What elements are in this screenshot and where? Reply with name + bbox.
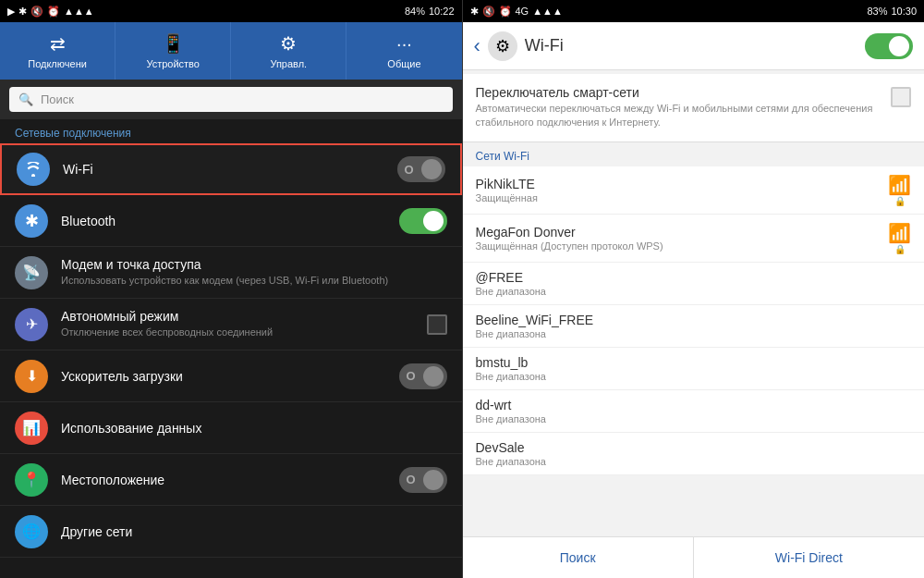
tab-manage[interactable]: ⚙ Управл. <box>231 22 346 80</box>
tab-device[interactable]: 📱 Устройство <box>116 22 231 80</box>
download-icon: ⬇ <box>15 360 48 393</box>
modem-title: Модем и точка доступа <box>61 257 447 272</box>
network-devsale-status: Вне диапазона <box>476 456 912 467</box>
device-icon: 📱 <box>162 32 185 55</box>
general-icon: ··· <box>396 33 412 55</box>
airplane-icon: ✈ <box>15 308 48 341</box>
wifi-header: ‹ ⚙ Wi-Fi <box>463 22 925 70</box>
network-megafon-name: MegaFon Donver <box>476 225 889 240</box>
network-piknik-status: Защищённая <box>476 192 889 203</box>
network-bmstu-name: bmstu_lb <box>476 355 912 370</box>
network-ddwrt-status: Вне диапазона <box>476 413 912 424</box>
download-toggle[interactable] <box>399 363 447 389</box>
location-icon: 📍 <box>15 463 48 497</box>
search-button[interactable]: Поиск <box>463 537 694 578</box>
location-toggle-knob <box>423 470 444 490</box>
network-megafon[interactable]: MegaFon Donver Защищённая (Доступен прот… <box>463 215 925 263</box>
wifi-signal-icon-2: 📶 <box>888 222 911 244</box>
menu-item-modem[interactable]: 📡 Модем и точка доступа Использовать уст… <box>0 247 462 299</box>
other-title: Другие сети <box>61 524 447 539</box>
network-free-status: Вне диапазона <box>476 286 912 297</box>
alarm-icon: ⏰ <box>47 6 60 18</box>
manage-icon: ⚙ <box>280 32 297 55</box>
smart-switch-desc: Автоматически переключаться между Wi-Fi … <box>476 102 882 130</box>
right-4g-icon: 4G <box>516 6 529 17</box>
modem-icon: 📡 <box>15 256 48 289</box>
airplane-content: Автономный режим Отключение всех беспров… <box>61 309 427 338</box>
wifi-icon <box>17 153 50 186</box>
location-title: Местоположение <box>61 473 399 487</box>
network-beeline-info: Beeline_WiFi_FREE Вне диапазона <box>476 313 912 339</box>
search-bar: 🔍 Поиск <box>0 80 462 119</box>
wifi-master-toggle-knob <box>889 36 909 56</box>
network-free[interactable]: @FREE Вне диапазона <box>463 263 925 305</box>
mute-icon: 🔇 <box>30 6 43 18</box>
right-status-bar: ✱ 🔇 ⏰ 4G ▲▲▲ 83% 10:30 <box>463 0 925 22</box>
network-megafon-info: MegaFon Donver Защищённая (Доступен прот… <box>476 225 889 252</box>
network-piknik-info: PikNikLTE Защищённая <box>476 177 889 203</box>
tab-device-label: Устройство <box>146 58 200 69</box>
data-title: Использование данных <box>61 421 447 436</box>
tab-general[interactable]: ··· Общие <box>346 22 461 80</box>
network-bmstu[interactable]: bmstu_lb Вне диапазона <box>463 348 925 390</box>
menu-item-bluetooth[interactable]: ✱ Bluetooth <box>0 195 462 247</box>
airplane-checkbox[interactable] <box>427 314 447 335</box>
network-beeline[interactable]: Beeline_WiFi_FREE Вне диапазона <box>463 305 925 348</box>
right-mute-icon: 🔇 <box>482 6 495 18</box>
bluetooth-title: Bluetooth <box>61 214 399 228</box>
connections-icon: ⇄ <box>50 32 66 55</box>
back-arrow-icon[interactable]: ‹ <box>474 34 480 58</box>
smart-switch-checkbox[interactable] <box>891 87 911 107</box>
download-title: Ускоритель загрузки <box>61 369 399 384</box>
right-status-right: 83% 10:30 <box>867 6 917 17</box>
wifi-content: Wi-Fi <box>63 162 397 177</box>
network-piknik-signal: 📶 🔒 <box>888 174 911 206</box>
location-toggle[interactable] <box>399 467 447 493</box>
search-input-container[interactable]: 🔍 Поиск <box>9 87 453 112</box>
battery-left: 84% <box>405 6 425 17</box>
right-panel: ✱ 🔇 ⏰ 4G ▲▲▲ 83% 10:30 ‹ ⚙ Wi-Fi Переклю… <box>463 0 925 578</box>
airplane-title: Автономный режим <box>61 309 427 324</box>
right-signal-icon: ▲▲▲ <box>532 6 563 17</box>
network-bmstu-info: bmstu_lb Вне диапазона <box>476 355 912 382</box>
network-beeline-name: Beeline_WiFi_FREE <box>476 313 912 327</box>
tab-connections[interactable]: ⇄ Подключени <box>0 22 116 80</box>
network-free-name: @FREE <box>476 270 912 285</box>
tab-general-label: Общие <box>387 58 420 69</box>
search-icon: 🔍 <box>18 92 33 106</box>
menu-item-wifi[interactable]: Wi-Fi <box>0 143 462 195</box>
bottom-buttons: Поиск Wi-Fi Direct <box>463 536 925 578</box>
time-right: 10:30 <box>891 6 917 17</box>
network-devsale-name: DevSale <box>476 440 912 455</box>
network-piknik[interactable]: PikNikLTE Защищённая 📶 🔒 <box>463 166 925 215</box>
time-left: 10:22 <box>429 6 455 17</box>
smart-switch-text: Переключатель смарт-сети Автоматически п… <box>476 85 882 130</box>
network-devsale[interactable]: DevSale Вне диапазона <box>463 433 925 475</box>
menu-item-data[interactable]: 📊 Использование данных <box>0 402 462 454</box>
lock-icon-2: 🔒 <box>894 244 906 254</box>
wifi-toggle-knob <box>421 159 442 179</box>
network-ddwrt-info: dd-wrt Вне диапазона <box>476 398 912 424</box>
left-panel: ▶ ✱ 🔇 ⏰ ▲▲▲ 84% 10:22 ⇄ Подключени 📱 Уст… <box>0 0 462 578</box>
wifi-direct-button[interactable]: Wi-Fi Direct <box>694 537 924 578</box>
menu-item-location[interactable]: 📍 Местоположение <box>0 454 462 506</box>
wifi-gear-icon[interactable]: ⚙ <box>488 31 517 61</box>
menu-item-airplane[interactable]: ✈ Автономный режим Отключение всех беспр… <box>0 299 462 350</box>
signal-icon: ▲▲▲ <box>64 6 94 17</box>
wifi-master-toggle[interactable] <box>865 33 913 59</box>
bt-toggle[interactable] <box>399 208 447 234</box>
smart-switch-row: Переключатель смарт-сети Автоматически п… <box>476 85 912 130</box>
download-toggle-knob <box>423 366 444 387</box>
menu-item-other[interactable]: 🌐 Другие сети <box>0 506 462 558</box>
wifi-toggle[interactable] <box>397 156 445 182</box>
menu-item-download[interactable]: ⬇ Ускоритель загрузки <box>0 350 462 402</box>
left-status-bar: ▶ ✱ 🔇 ⏰ ▲▲▲ 84% 10:22 <box>0 0 462 22</box>
modem-content: Модем и точка доступа Использовать устро… <box>61 257 447 287</box>
right-bt-icon: ✱ <box>470 6 479 18</box>
wifi-signal-icon: 📶 <box>888 174 911 196</box>
network-megafon-signal: 📶 🔒 <box>888 222 911 254</box>
network-ddwrt[interactable]: dd-wrt Вне диапазона <box>463 390 925 433</box>
smart-switch-card: Переключатель смарт-сети Автоматически п… <box>463 74 925 142</box>
network-list: PikNikLTE Защищённая 📶 🔒 MegaFon Donver … <box>463 166 925 536</box>
lock-icon: 🔒 <box>894 196 906 206</box>
